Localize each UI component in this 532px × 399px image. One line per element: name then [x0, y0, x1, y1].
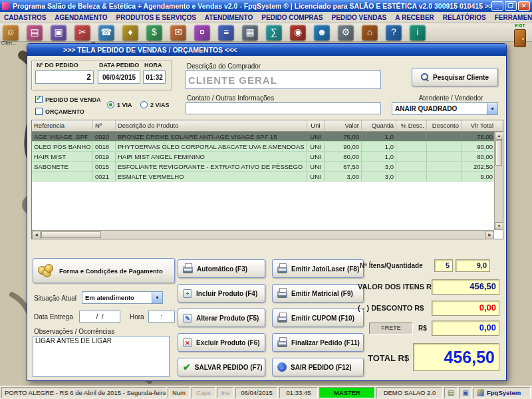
printer-icon [183, 266, 193, 273]
home-icon[interactable]: ⌂ [362, 25, 378, 41]
app-titlebar[interactable]: Programa Salão de Beleza & Estética + Ag… [0, 0, 532, 12]
scroll-left-icon[interactable]: ◀ [32, 231, 41, 239]
salvar-pedido-button[interactable]: ✔ SALVAR PEDIDO (F7) [178, 358, 265, 376]
table-row[interactable]: HAIR MIST0019HAIR MIST ANGEL FEMININOUNI… [32, 152, 503, 162]
scroll-thumb[interactable] [41, 231, 101, 238]
sair-pedido-button[interactable]: → SAIR PEDIDO (F12) [272, 358, 364, 376]
menu-pedido-vendas[interactable]: PEDIDO VENDAS [331, 14, 386, 21]
cash-icon[interactable]: ¤ [194, 25, 210, 41]
menu-pedido-compras[interactable]: PEDIDO COMPRAS [261, 14, 323, 21]
menu-cadastros[interactable]: CADASTROS [4, 14, 46, 21]
products-icon[interactable]: ▣ [51, 25, 66, 41]
table-cell: HAIR MIST ANGEL FEMININO [116, 152, 307, 161]
hora-pedido-input[interactable] [143, 70, 166, 84]
clients-icon[interactable]: ☺Clien... [3, 25, 19, 41]
attendance-icon[interactable]: ☎ [98, 25, 114, 41]
total-field: 456,50 [413, 343, 499, 371]
excluir-produto-button[interactable]: ✕ Excluir Produto (F6) [178, 333, 265, 352]
situacao-combobox[interactable]: Em atendimento ▼ [82, 291, 163, 304]
finalizar-pedido-button[interactable]: Finalizar Pedido (F11) [272, 333, 364, 352]
comprador-label: Descrição do Comprador [187, 63, 261, 70]
maximize-button[interactable]: ❐ [505, 1, 517, 11]
emitir-matricial-label: Emitir Matricial (F9) [291, 290, 353, 297]
via1-radio[interactable]: 1 VIA [107, 101, 132, 108]
fpqsystem-logo-icon [477, 389, 484, 396]
contato-label: Contato / Outras Informações [187, 94, 274, 102]
hora-entrega-input[interactable] [148, 311, 175, 323]
emitir-cupom-label: Emitir CUPOM (F10) [291, 315, 354, 322]
menu-atendimento[interactable]: ATENDIMENTO [205, 14, 253, 21]
checkbox-checked-icon [35, 96, 43, 103]
table-cell: UNI [307, 162, 325, 171]
pesquisar-cliente-button[interactable]: Pesquisar Cliente [412, 68, 498, 86]
table-row[interactable]: 0021ESMALTE VERMELHOUNI3,003,09,00 [32, 172, 503, 182]
table-cell [427, 132, 462, 141]
exit-button[interactable]: EXIT [511, 25, 529, 49]
table-cell [396, 142, 427, 151]
sales-order-icon[interactable]: $ [146, 25, 162, 41]
orcamento-checkbox[interactable]: ORÇAMENTO [35, 108, 84, 115]
scroll-up-icon[interactable]: ▲ [495, 132, 503, 140]
alterar-produto-button[interactable]: ✎ Alterar Produto (F5) [178, 309, 265, 327]
purchase-order-icon[interactable]: ♦ [122, 25, 138, 41]
agenda-icon[interactable]: ▤ [27, 25, 43, 41]
close-button[interactable]: ✕ [518, 1, 530, 11]
settings-icon[interactable]: ⚙ [338, 25, 354, 41]
grid-horizontal-scrollbar[interactable]: ◀ ▶ [32, 230, 494, 239]
chevron-down-icon[interactable]: ▼ [152, 292, 162, 303]
table-row[interactable]: SABONETE0015ESFOLIANTE REVIGORANTE - EXT… [32, 162, 503, 172]
menu-produtos-servicos[interactable]: PRODUTOS E SERVIÇOS [116, 14, 196, 21]
table-cell: UNI [307, 132, 325, 141]
grid-header: ReferenciaNºDescrição do ProdutoUniValor… [32, 120, 503, 132]
dialog-titlebar[interactable]: >>> TELA PEDIDO DE VENDAS / ORÇAMENTOS <… [27, 44, 506, 56]
via2-radio[interactable]: 2 VIAS [140, 101, 170, 108]
finalizar-pedido-label: Finalizar Pedido (F11) [291, 339, 360, 346]
pagamento-label: Forma e Condições de Pagamento [59, 267, 163, 275]
calculator-icon[interactable]: ∑ [266, 25, 282, 41]
pedido-venda-checkbox[interactable]: PEDIDO DE VENDA [35, 96, 101, 103]
status-window-icon[interactable]: ▣ [459, 387, 472, 398]
info-icon[interactable]: i [410, 25, 426, 41]
data-pedido-input[interactable] [98, 70, 140, 84]
chevron-down-icon[interactable]: ▼ [487, 103, 497, 114]
data-entrega-input[interactable] [79, 311, 120, 323]
printer-icon[interactable]: ▦ [242, 25, 258, 41]
contato-input[interactable] [186, 102, 381, 114]
services-icon[interactable]: ✂ [74, 25, 90, 41]
minimize-button[interactable]: _ [491, 1, 503, 11]
table-row[interactable]: ÓLEO PÓS BANHO0018PHYTOERVAS ÓLEO CORPOR… [32, 142, 503, 152]
incluir-produto-button[interactable]: + Incluir Produto (F4) [178, 284, 265, 303]
receivables-icon[interactable]: ✉ [170, 25, 186, 41]
emitir-jato-button[interactable]: Emitir Jato/Laser (F8) [272, 259, 364, 278]
menu-ferramentas[interactable]: FERRAMENTAS [495, 14, 532, 21]
menu-agendamento[interactable]: AGENDAMENTO [55, 14, 107, 21]
atendente-combobox[interactable]: ANAIR QUADRADO ▼ [392, 102, 498, 115]
grid-vertical-scrollbar[interactable]: ▲ ▼ [494, 132, 503, 230]
table-row[interactable]: AGE VISAGE .SPF0020BRONZE CREME SOLAIRE … [32, 132, 503, 142]
menu-relatorios[interactable]: RELATÓRIOS [443, 14, 486, 21]
help-icon[interactable]: ? [386, 25, 402, 41]
automatico-button[interactable]: Automático (F3) [178, 259, 265, 278]
scroll-down-icon[interactable]: ▼ [495, 222, 503, 230]
reports-icon[interactable]: ≡ [218, 25, 234, 41]
observacoes-textarea[interactable] [33, 336, 170, 377]
check-icon: ✔ [183, 362, 191, 372]
numero-pedido-input[interactable] [35, 70, 94, 84]
situacao-label: Situação Atual [34, 295, 76, 302]
toolbar-icons: ☺Clien...▤▣✂☎♦$✉¤≡▦∑◉☻⚙⌂?i [3, 25, 426, 41]
menu-a-receber[interactable]: A RECEBER [395, 14, 434, 21]
backup-icon[interactable]: ◉ [290, 25, 306, 41]
column-header: Descrição do Produto [116, 120, 307, 131]
users-icon[interactable]: ☻ [314, 25, 330, 41]
scroll-thumb[interactable] [495, 140, 502, 166]
grid-body: AGE VISAGE .SPF0020BRONZE CREME SOLAIRE … [32, 132, 503, 182]
emitir-cupom-button[interactable]: Emitir CUPOM (F10) [272, 309, 364, 327]
status-time: 01:33:45 [279, 387, 318, 398]
status-printer-icon[interactable]: ▤ [444, 387, 458, 398]
total-label: TOTAL R$ [368, 353, 409, 363]
scroll-right-icon[interactable]: ▶ [485, 231, 494, 239]
emitir-matricial-button[interactable]: Emitir Matricial (F9) [272, 284, 364, 303]
atendente-label: Atendente / Vendedor [404, 94, 498, 102]
comprador-input[interactable] [186, 70, 381, 89]
pagamento-button[interactable]: Forma e Condições de Pagamento [33, 258, 175, 283]
